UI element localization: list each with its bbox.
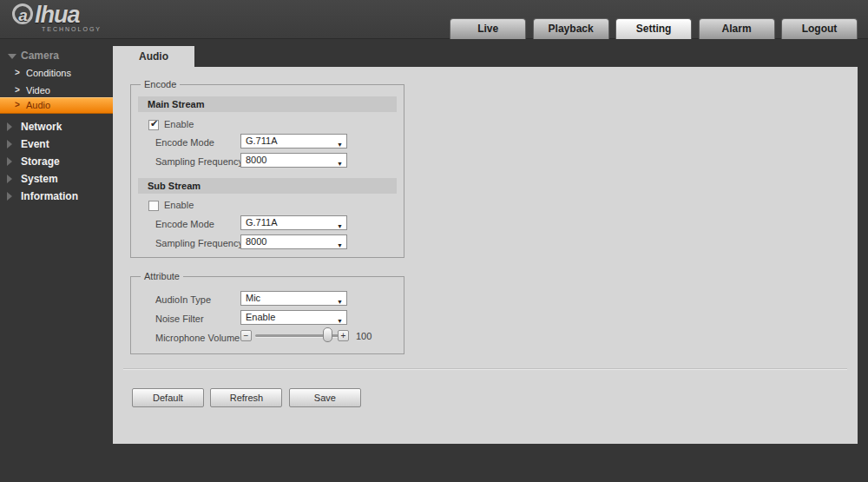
dropdown-arrow-icon: ▼ xyxy=(337,157,343,170)
sidebar-item-label: Audio xyxy=(26,100,50,110)
sub-stream-enable-label: Enable xyxy=(164,200,194,210)
chevron-right-icon xyxy=(7,192,12,201)
sub-encode-mode-select[interactable]: G.711A ▼ xyxy=(240,215,347,230)
chevron-down-icon xyxy=(8,54,16,59)
noise-filter-select[interactable]: Enable ▼ xyxy=(240,310,347,325)
select-value: G.711A xyxy=(246,135,278,146)
audioin-type-select[interactable]: Mic ▼ xyxy=(240,291,347,306)
footer-separator xyxy=(123,368,847,370)
dropdown-arrow-icon: ▼ xyxy=(337,220,343,233)
logo-tagline: TECHNOLOGY xyxy=(42,26,102,32)
chevron-right-icon: > xyxy=(15,68,20,77)
logo-wordmark: alhua xyxy=(12,2,102,29)
select-value: G.711A xyxy=(246,217,278,228)
main-encode-mode-select[interactable]: G.711A ▼ xyxy=(240,134,347,149)
nav-logout-button[interactable]: Logout xyxy=(781,18,858,39)
chevron-right-icon xyxy=(7,122,12,131)
encode-groupbox: Encode Main Stream ✔ Enable Encode Mode … xyxy=(130,84,404,258)
sidebar-item-system[interactable]: System xyxy=(0,172,113,188)
nav-alarm-button[interactable]: Alarm xyxy=(699,18,775,39)
volume-plus-button[interactable]: + xyxy=(338,330,349,341)
footer-buttons: Default Refresh Save xyxy=(132,388,364,407)
dropdown-arrow-icon: ▼ xyxy=(337,138,343,151)
logo-text: lhua xyxy=(35,2,80,28)
select-value: 8000 xyxy=(246,155,266,165)
top-nav: Live Playback Setting Alarm Logout xyxy=(447,18,858,39)
chevron-right-icon: > xyxy=(15,100,20,109)
sidebar-item-information[interactable]: Information xyxy=(0,189,113,205)
tab-audio[interactable]: Audio xyxy=(113,46,194,67)
sub-stream-enable-checkbox[interactable] xyxy=(148,201,159,211)
header-bar: alhua TECHNOLOGY Live Playback Setting A… xyxy=(0,0,868,39)
chevron-right-icon: > xyxy=(15,85,20,95)
dropdown-arrow-icon: ▼ xyxy=(337,295,343,308)
chevron-right-icon xyxy=(7,157,12,166)
sidebar-item-label: Video xyxy=(26,85,50,96)
sub-encode-mode-label: Encode Mode xyxy=(155,219,214,229)
noise-filter-label: Noise Filter xyxy=(155,314,204,324)
select-value: Mic xyxy=(246,293,260,303)
chevron-right-icon xyxy=(7,175,12,183)
refresh-button[interactable]: Refresh xyxy=(210,388,282,407)
dahua-logo: alhua TECHNOLOGY xyxy=(12,2,102,32)
sidebar-item-label: Camera xyxy=(21,50,59,62)
sidebar-item-event[interactable]: Event xyxy=(0,137,113,153)
sidebar-item-label: System xyxy=(21,173,58,185)
attribute-legend: Attribute xyxy=(141,271,183,281)
sidebar-item-network[interactable]: Network xyxy=(0,120,113,135)
dropdown-arrow-icon: ▼ xyxy=(337,314,343,327)
main-stream-enable-label: Enable xyxy=(164,119,194,129)
content-panel: Encode Main Stream ✔ Enable Encode Mode … xyxy=(113,67,858,444)
sub-sampling-frequency-select[interactable]: 8000 ▼ xyxy=(240,234,347,249)
sidebar-item-audio[interactable]: > Audio xyxy=(0,97,113,114)
volume-value: 100 xyxy=(356,331,372,341)
sidebar-item-label: Conditions xyxy=(26,68,71,78)
encode-legend: Encode xyxy=(141,79,180,89)
sub-sampling-frequency-label: Sampling Frequency xyxy=(155,238,243,248)
main-sampling-frequency-select[interactable]: 8000 ▼ xyxy=(240,153,347,168)
default-button[interactable]: Default xyxy=(132,388,204,407)
save-button[interactable]: Save xyxy=(289,388,361,407)
main-encode-mode-label: Encode Mode xyxy=(155,137,214,148)
sidebar-item-label: Storage xyxy=(21,155,60,168)
audioin-type-label: AudioIn Type xyxy=(155,294,211,305)
main-sampling-frequency-label: Sampling Frequency xyxy=(155,156,243,167)
nav-playback-button[interactable]: Playback xyxy=(533,18,609,39)
select-value: 8000 xyxy=(246,236,266,247)
sidebar-item-conditions[interactable]: > Conditions xyxy=(0,67,113,83)
sidebar-item-label: Event xyxy=(21,138,49,150)
nav-live-button[interactable]: Live xyxy=(450,18,526,39)
sidebar-item-storage[interactable]: Storage xyxy=(0,155,113,170)
main-stream-enable-checkbox[interactable]: ✔ xyxy=(148,120,159,130)
chevron-right-icon xyxy=(7,140,12,149)
sidebar-item-label: Network xyxy=(21,121,62,133)
microphone-volume-label: Microphone Volume xyxy=(155,333,240,343)
volume-minus-button[interactable]: − xyxy=(240,330,252,341)
sidebar-item-label: Information xyxy=(21,190,78,202)
select-value: Enable xyxy=(246,312,275,322)
dropdown-arrow-icon: ▼ xyxy=(337,239,343,252)
main-stream-header: Main Stream xyxy=(138,96,397,112)
attribute-groupbox: Attribute AudioIn Type Mic ▼ Noise Filte… xyxy=(130,276,404,354)
volume-slider-thumb[interactable] xyxy=(323,327,332,342)
sidebar-item-camera[interactable]: Camera xyxy=(0,49,113,64)
nav-setting-button[interactable]: Setting xyxy=(615,18,692,39)
logo-a-icon: a xyxy=(12,3,33,24)
checkmark-icon: ✔ xyxy=(150,118,158,129)
sub-stream-header: Sub Stream xyxy=(138,178,397,194)
